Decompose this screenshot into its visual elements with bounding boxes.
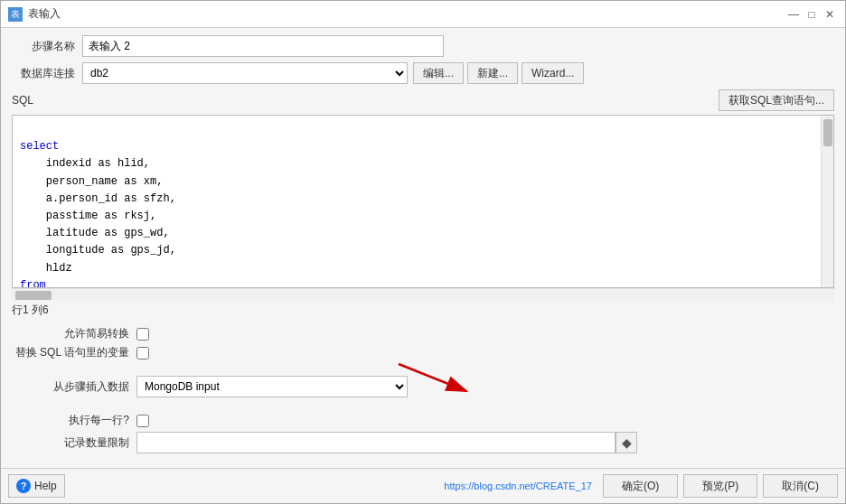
- insert-data-select[interactable]: MongoDB input: [136, 376, 408, 397]
- svg-line-3: [399, 364, 466, 391]
- sql-section-header: SQL 获取SQL查询语句...: [12, 89, 834, 111]
- insert-data-label: 从步骤插入数据: [12, 379, 129, 395]
- db-select[interactable]: db2: [82, 62, 408, 84]
- title-bar-controls: — □ ✕: [785, 6, 838, 23]
- footer: ? Help https://blog.csdn.net/CREATE_17 确…: [1, 468, 845, 503]
- allow-simple-row: 允许简易转换: [12, 326, 834, 341]
- help-button[interactable]: ? Help: [8, 474, 65, 498]
- record-limit-action-button[interactable]: ◆: [616, 432, 637, 453]
- replace-var-row: 替换 SQL 语句里的变量: [12, 345, 834, 360]
- get-sql-button[interactable]: 获取SQL查询语句...: [719, 89, 834, 111]
- status-bar: 行1 列6: [12, 301, 834, 319]
- title-bar: 表 表输入 — □ ✕: [1, 1, 845, 28]
- replace-var-label: 替换 SQL 语句里的变量: [12, 345, 129, 360]
- allow-simple-label: 允许简易转换: [12, 326, 129, 341]
- help-label: Help: [34, 480, 57, 492]
- step-name-label: 步骤名称: [12, 39, 75, 54]
- record-limit-input[interactable]: [136, 432, 616, 453]
- kw-from: from: [20, 279, 46, 287]
- sql-label: SQL: [12, 94, 33, 107]
- main-window: 表 表输入 — □ ✕ 步骤名称 数据库连接 db2 编辑... 新建... W…: [0, 0, 846, 504]
- execute-each-checkbox[interactable]: [136, 415, 149, 427]
- title-bar-left: 表 表输入: [8, 6, 61, 22]
- replace-var-checkbox[interactable]: [136, 347, 149, 359]
- maximize-button[interactable]: □: [804, 6, 820, 23]
- new-button[interactable]: 新建...: [467, 62, 518, 84]
- record-limit-label: 记录数量限制: [12, 435, 129, 451]
- cursor-position: 行1 列6: [12, 303, 49, 318]
- db-connection-row: 数据库连接 db2 编辑... 新建... Wizard...: [12, 62, 834, 84]
- footer-left: ? Help: [8, 474, 65, 498]
- step-name-row: 步骤名称: [12, 35, 834, 57]
- step-name-input[interactable]: [82, 35, 444, 57]
- scrollbar-thumb-y: [823, 119, 832, 146]
- footer-link[interactable]: https://blog.csdn.net/CREATE_17: [444, 481, 592, 491]
- sql-text: select indexid as hlid, person_name as x…: [20, 121, 813, 287]
- sql-editor[interactable]: select indexid as hlid, person_name as x…: [13, 116, 821, 287]
- ok-button[interactable]: 确定(O): [603, 474, 678, 498]
- sql-editor-container: select indexid as hlid, person_name as x…: [12, 115, 834, 288]
- cancel-button[interactable]: 取消(C): [763, 474, 838, 498]
- record-limit-row: 记录数量限制 ◆: [12, 432, 834, 453]
- help-icon: ?: [16, 479, 31, 493]
- scrollbar-thumb-x: [15, 291, 52, 300]
- allow-simple-checkbox[interactable]: [136, 328, 149, 341]
- content-area: 步骤名称 数据库连接 db2 编辑... 新建... Wizard... SQL…: [1, 28, 845, 468]
- edit-button[interactable]: 编辑...: [413, 62, 464, 84]
- footer-right: 确定(O) 预览(P) 取消(C): [603, 474, 838, 498]
- db-buttons: 编辑... 新建... Wizard...: [413, 62, 584, 84]
- execute-each-row: 执行每一行?: [12, 413, 834, 428]
- close-button[interactable]: ✕: [822, 6, 838, 23]
- db-label: 数据库连接: [12, 66, 75, 81]
- vertical-scrollbar[interactable]: [821, 116, 833, 287]
- insert-data-row: 从步骤插入数据 MongoDB input: [12, 364, 834, 409]
- kw-select: select: [20, 140, 59, 153]
- execute-each-label: 执行每一行?: [12, 413, 129, 428]
- window-icon: 表: [8, 7, 23, 22]
- minimize-button[interactable]: —: [785, 6, 802, 23]
- bottom-form: 允许简易转换 替换 SQL 语句里的变量 从步骤插入数据 MongoDB inp…: [12, 319, 834, 461]
- window-title: 表输入: [28, 6, 61, 22]
- wizard-button[interactable]: Wizard...: [522, 62, 584, 84]
- preview-button[interactable]: 预览(P): [683, 474, 757, 498]
- horizontal-scrollbar-container: [12, 288, 834, 301]
